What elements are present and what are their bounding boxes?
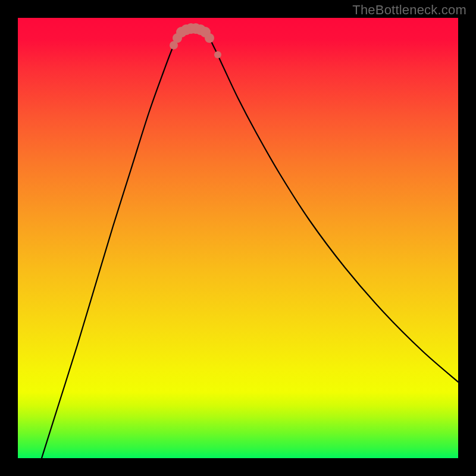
bottleneck-curve (42, 29, 458, 458)
near-minimum-markers (170, 23, 221, 58)
watermark-text: TheBottleneck.com (352, 2, 466, 18)
marker-dot (205, 33, 214, 43)
chart-frame: TheBottleneck.com (0, 0, 476, 476)
chart-overlay-svg (18, 18, 458, 458)
marker-dot (214, 51, 221, 58)
gradient-plot-area (18, 18, 458, 458)
